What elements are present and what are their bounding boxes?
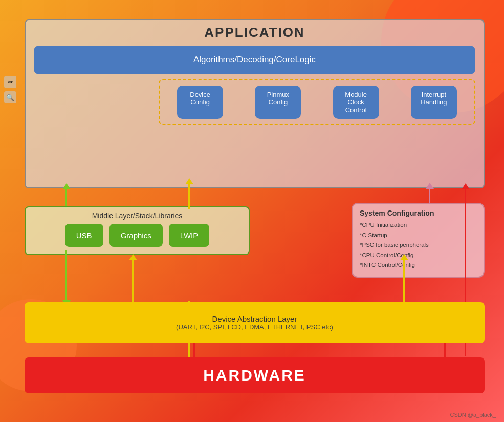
arrow-green-down	[65, 250, 67, 301]
config-clock: ModuleClockControl	[333, 86, 379, 119]
arrow-green-up	[65, 188, 67, 208]
hw-title: HARDWARE	[203, 367, 306, 384]
arrow-red-1	[193, 342, 195, 357]
middle-title: Middle Layer/Stack/Libraries	[32, 212, 243, 220]
syscfg-item-1: *CPU Initialization	[360, 220, 476, 230]
middle-layer-box: Middle Layer/Stack/Libraries USB Graphic…	[25, 206, 250, 255]
syscfg-item-2: *C-Startup	[360, 230, 476, 241]
dal-sub: (UART, I2C, SPI, LCD, EDMA, ETHERNET, PS…	[176, 323, 333, 331]
config-interrupt: InterruptHandling	[411, 86, 457, 119]
syscfg-item-4: *CPU Control/Config	[360, 250, 476, 261]
diagram-wrapper: APPLICATION Algorithms/Decoding/CoreLogi…	[14, 9, 495, 413]
middle-graphics: Graphics	[109, 224, 163, 247]
app-title: APPLICATION	[26, 20, 484, 44]
middle-usb: USB	[65, 224, 103, 247]
hardware-box: HARDWARE	[25, 357, 485, 393]
syscfg-item-3: *PSC for basic peripherals	[360, 240, 476, 250]
dal-title: Device Abstraction Layer	[212, 314, 297, 323]
arrow-pink	[429, 188, 430, 204]
syscfg-item-5: *INTC Control/Config	[360, 260, 476, 270]
config-pinmux: PinmuxConfig	[255, 86, 301, 119]
arrow-yellow-2	[132, 259, 134, 302]
watermark: CSDN @a_black_	[450, 412, 496, 418]
dal-box: Device Abstraction Layer (UART, I2C, SPI…	[25, 302, 485, 343]
config-device: DeviceConfig	[177, 86, 223, 119]
arrow-yellow-syscfg	[403, 259, 405, 302]
arrow-yellow-1	[188, 183, 190, 209]
config-dashed-box: DeviceConfig PinmuxConfig ModuleClockCon…	[159, 79, 475, 125]
algo-box: Algorithms/Decoding/CoreLogic	[34, 46, 475, 74]
middle-lwip: LWIP	[169, 224, 210, 247]
arrow-red-3	[444, 342, 446, 357]
application-box: APPLICATION Algorithms/Decoding/CoreLogi…	[25, 19, 485, 188]
syscfg-title: System Configuration	[360, 209, 476, 217]
middle-items: USB Graphics LWIP	[32, 224, 243, 247]
